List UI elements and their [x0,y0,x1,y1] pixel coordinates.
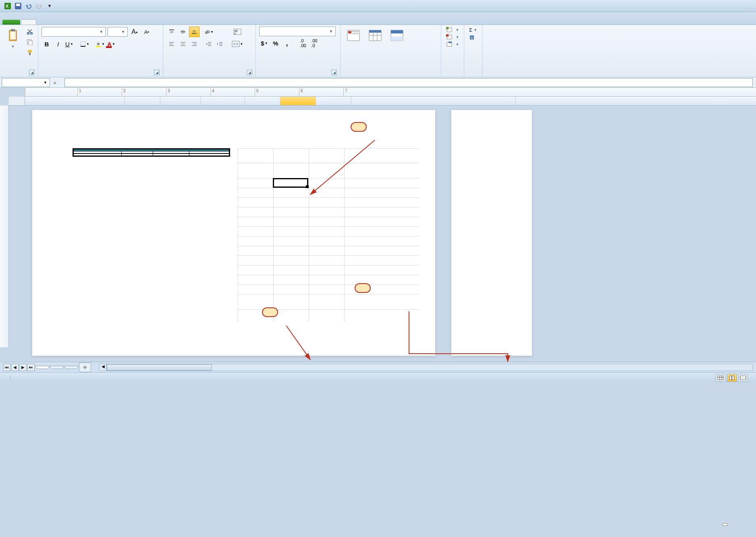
comma-format-button[interactable]: , [282,38,292,48]
col-header-e[interactable] [245,97,280,105]
new-sheet-button[interactable]: ✧ [79,363,91,372]
normal-view-button[interactable] [716,374,725,382]
svg-rect-73 [740,376,746,380]
align-center-icon[interactable] [178,39,188,49]
sheet-nav-prev[interactable]: ◀ [11,364,19,371]
sheet-nav-last[interactable]: ⏭ [27,364,35,371]
sales-table[interactable] [73,148,230,157]
horizontal-ruler: 1 2 3 4 5 6 7 [25,88,756,97]
border-button[interactable]: ▼ [79,39,90,49]
excel-icon[interactable]: X [3,2,12,10]
svg-rect-12 [29,52,31,55]
page-break-view-button[interactable] [738,374,748,382]
svg-rect-59 [446,27,449,29]
shrink-font-icon[interactable]: A▾ [141,27,152,37]
italic-button[interactable]: I [53,39,63,49]
grow-font-icon[interactable]: A▴ [129,27,140,37]
sheet-nav-next[interactable]: ▶ [19,364,27,371]
autosum-button[interactable]: Σ▼ [467,27,479,33]
font-size-combo[interactable]: ▼ [108,27,128,37]
align-left-icon[interactable] [166,39,177,49]
col-header-g[interactable] [316,97,351,105]
horizontal-scrollbar[interactable]: ◀ [99,364,753,371]
merge-center-button[interactable]: ▼ [231,39,244,49]
number-dialog-launcher[interactable]: ◢ [331,70,337,75]
undo-icon[interactable] [24,2,33,10]
tab-insert[interactable] [37,20,52,25]
sheet-nav-first[interactable]: ⏮ [3,364,10,371]
format-as-table-button[interactable] [366,27,385,45]
paste-button[interactable]: ▼ [3,27,23,50]
cells-group-label [444,75,461,76]
active-cell[interactable] [273,178,308,188]
svg-rect-72 [732,376,734,380]
tab-page-layout[interactable] [52,20,67,25]
svg-text:X: X [6,4,9,8]
svg-text:ab: ab [204,29,210,35]
font-name-combo[interactable]: ▼ [42,27,106,37]
align-middle-icon[interactable] [178,27,188,37]
col-header-b[interactable] [125,97,160,105]
conditional-formatting-button[interactable] [344,27,363,45]
sheet-tabs-bar: ⏮ ◀ ▶ ⏭ ✧ ◀ [0,362,756,372]
number-format-combo[interactable]: ▼ [259,27,336,36]
tab-home[interactable] [21,19,36,25]
tab-formulas[interactable] [68,20,82,25]
decrease-decimal-button[interactable]: .00.0 [309,38,320,48]
redo-icon[interactable] [35,2,44,10]
align-top-icon[interactable] [166,27,177,37]
bold-button[interactable]: B [42,39,52,49]
formula-input[interactable] [64,78,753,87]
svg-rect-57 [391,37,403,41]
font-dialog-launcher[interactable]: ◢ [154,70,160,75]
cell-styles-button[interactable] [387,27,407,45]
format-cells-button[interactable]: ▼ [444,41,461,48]
sheet-tab-1[interactable] [50,366,64,369]
decrease-indent-icon[interactable] [204,39,214,49]
svg-rect-45 [232,41,239,47]
accounting-format-button[interactable]: $▼ [259,38,270,48]
delete-cells-button[interactable]: ▼ [444,34,461,40]
increase-decimal-button[interactable]: .0.00 [298,38,308,48]
tab-review[interactable] [98,20,113,25]
ribbon: ▼ ◢ ▼ ▼ A▴ A▾ B I U▼ [0,25,756,77]
format-painter-icon[interactable] [25,48,35,57]
styles-group-label [344,75,438,76]
col-header-f[interactable] [280,97,316,105]
fill-color-button[interactable]: ▼ [95,39,105,49]
col-header-d[interactable] [201,97,245,105]
tab-data[interactable] [83,20,98,25]
percent-format-button[interactable]: % [270,38,281,48]
sheet-tab-2[interactable] [64,366,78,369]
align-bottom-icon[interactable] [189,27,199,37]
file-tab[interactable] [2,20,20,25]
clipboard-dialog-launcher[interactable]: ◢ [29,70,35,75]
alignment-dialog-launcher[interactable]: ◢ [247,70,252,75]
svg-rect-49 [352,33,359,34]
tab-view[interactable] [114,20,128,25]
save-icon[interactable] [14,2,23,10]
col-header-h[interactable] [480,97,516,105]
status-bar: | [0,372,756,383]
quick-access-toolbar: X ▼ [3,2,54,10]
name-box[interactable]: ▼ [2,78,50,87]
col-header-c[interactable] [160,97,201,105]
col-header-a[interactable] [73,97,125,105]
worksheet-area: 1 2 3 4 5 6 7 [0,88,756,362]
fill-button[interactable] [467,34,479,41]
total-row [73,153,230,156]
qat-customize-icon[interactable]: ▼ [45,2,54,10]
wrap-text-button[interactable]: abc [231,27,244,37]
underline-button[interactable]: U▼ [64,39,75,49]
insert-cells-button[interactable]: ▼ [444,27,461,33]
select-all-corner[interactable] [9,97,25,106]
orientation-icon[interactable]: ab▼ [204,27,214,37]
copy-icon[interactable] [25,37,35,47]
cut-icon[interactable] [25,27,35,36]
page-layout-view-button[interactable] [727,374,737,382]
svg-rect-13 [81,41,85,46]
align-right-icon[interactable] [189,39,199,49]
sheet-tab-0[interactable] [35,366,49,369]
increase-indent-icon[interactable] [215,39,225,49]
font-color-button[interactable]: A▼ [106,39,116,49]
